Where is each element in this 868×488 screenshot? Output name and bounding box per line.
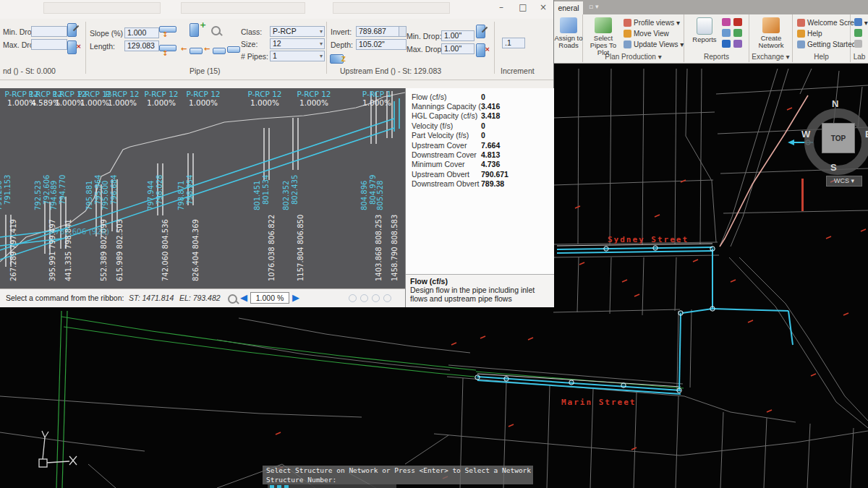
property-label: Flow (cf/s): [406, 93, 481, 101]
zoom-in-icon[interactable]: [349, 294, 357, 302]
merge-left-icon[interactable]: ←: [204, 45, 210, 53]
property-row[interactable]: Minimum Cover4.736: [406, 160, 554, 169]
red-x-icon: ×: [76, 43, 82, 50]
property-row[interactable]: Upstream Cover7.664: [406, 140, 554, 150]
exchange-footer[interactable]: Exchange ▾: [749, 53, 792, 61]
property-row[interactable]: Upstream Obvert790.671: [406, 169, 554, 179]
command-icon[interactable]: [270, 485, 274, 488]
class-dropdown[interactable]: P-RCP: [270, 26, 325, 37]
ribbon-item-label: Move View: [634, 30, 669, 38]
tab-general[interactable]: eneral: [554, 1, 583, 14]
create-network-icon: [762, 17, 780, 33]
pipe-segment-icon[interactable]: [227, 46, 240, 53]
create-network-button[interactable]: Create Network: [752, 17, 790, 49]
viewcube-north[interactable]: N: [832, 98, 838, 109]
invert-elevation-label: 794.770: [59, 175, 67, 205]
help-button[interactable]: Help: [797, 30, 822, 38]
label-tool-icon[interactable]: [854, 18, 862, 26]
report-tool-icon[interactable]: [722, 29, 731, 37]
viewcube-west[interactable]: W: [801, 129, 810, 140]
depth-field[interactable]: 105.02": [356, 39, 407, 50]
labels-footer: Lab: [851, 53, 868, 61]
invert-elevation-label: 792.523: [34, 181, 42, 210]
resize-arrows-icon: ↕: [162, 30, 168, 38]
structure-station-label: 1458.790 808.583: [391, 215, 399, 281]
property-row[interactable]: Velocity (f/s)0: [406, 121, 554, 130]
us-max-drop-field[interactable]: 1.00": [441, 43, 475, 54]
next-pipe-arrow[interactable]: ▶: [292, 292, 299, 303]
command-line-row[interactable]: Select Structure on Network or Press <En…: [263, 466, 533, 475]
reports-footer[interactable]: Reports: [684, 53, 749, 61]
status-hint: Select a command from the ribbon:: [6, 294, 124, 302]
invert-field[interactable]: 789.687: [356, 26, 407, 37]
property-row[interactable]: HGL Capacity (cf/s)3.418: [406, 111, 554, 121]
property-description: Flow (cf/s) Design flow in the pipe incl…: [406, 274, 554, 307]
command-line-row[interactable]: Structure Number:: [263, 475, 533, 484]
us-min-drop-field[interactable]: 1.00": [441, 30, 475, 41]
reports-button[interactable]: Reports: [686, 17, 723, 43]
property-value: 4.736: [481, 160, 500, 168]
command-icon[interactable]: [277, 485, 281, 488]
report-tool-icon[interactable]: [722, 40, 731, 48]
move-view-button[interactable]: Move View: [624, 30, 669, 38]
zoom-extents-icon[interactable]: [372, 294, 380, 302]
minimize-button[interactable]: –: [494, 2, 509, 14]
profile-view-canvas[interactable]: P-RCP 121.000%P-RCP 124.589%P-RCP 121.00…: [0, 88, 405, 288]
length-field[interactable]: 129.083: [124, 40, 159, 51]
structure-station-label: 615.989 802.503: [116, 219, 124, 281]
command-mini-toolbar[interactable]: [268, 484, 396, 488]
ribbon-item-label: Profile views ▾: [634, 19, 680, 27]
viewcube-east[interactable]: E: [865, 129, 868, 140]
property-row[interactable]: Downstream Cover4.813: [406, 150, 554, 159]
ribbon-collapse-widget[interactable]: ▫ ▾: [589, 3, 598, 10]
report-tool-icon[interactable]: [733, 40, 742, 48]
property-row[interactable]: Flow (cf/s)0: [406, 92, 554, 101]
maximize-button[interactable]: □: [516, 2, 530, 14]
pipes-dropdown[interactable]: 1: [270, 51, 325, 61]
viewcube-top-face[interactable]: TOP: [822, 123, 855, 153]
profile-views-button[interactable]: Profile views ▾: [624, 19, 680, 27]
invert-elevation-label: 798.871: [177, 181, 185, 210]
report-tool-icon[interactable]: [733, 29, 742, 37]
prev-pipe-arrow[interactable]: ◀: [240, 292, 247, 303]
command-icon[interactable]: [284, 485, 289, 488]
property-label: Velocity (f/s): [406, 121, 481, 130]
size-dropdown[interactable]: 12: [270, 38, 325, 49]
match-pipe-icon[interactable]: [190, 23, 199, 37]
close-button[interactable]: ×: [536, 2, 550, 14]
getting-started-button[interactable]: Getting Started: [797, 40, 856, 48]
pipe-segment-icon[interactable]: [190, 48, 203, 54]
property-row[interactable]: Downstream Obvert789.38: [406, 179, 554, 189]
zoom-percent-field[interactable]: 1.000 %: [250, 292, 289, 304]
min-drop-field[interactable]: [31, 26, 67, 37]
slope-field[interactable]: 1.000: [124, 27, 159, 38]
label-tool-icon[interactable]: [854, 29, 862, 37]
inspect-pipe-icon[interactable]: [211, 26, 221, 35]
increment-field[interactable]: .1: [502, 38, 525, 48]
property-value: 4.813: [481, 150, 500, 159]
viewcube-south[interactable]: S: [830, 162, 837, 173]
plan-production-footer[interactable]: Plan Production ▾: [583, 53, 684, 61]
reports-label: Reports: [692, 35, 716, 43]
max-drop-field[interactable]: [31, 39, 67, 50]
wcs-selector[interactable]: WCS ▾: [826, 176, 862, 187]
pipe-segment-icon[interactable]: [213, 48, 226, 54]
property-row[interactable]: Part Velocity (f/s)0: [406, 131, 554, 140]
viewcube[interactable]: N W S E TOP WCS ▾: [797, 98, 868, 187]
window-title-bar[interactable]: – □ ×: [0, 0, 553, 20]
command-line[interactable]: Select Structure on Network or Press <En…: [263, 466, 533, 484]
label-tool-icon[interactable]: [854, 40, 862, 48]
report-tool-icon[interactable]: [722, 18, 731, 26]
invert-elevation-label: 798.028: [156, 175, 163, 205]
pan-icon[interactable]: [383, 294, 391, 302]
profile-pipe-label: P-RCP 121.000%: [297, 90, 331, 107]
update-views-button[interactable]: Update Views ▾: [624, 40, 684, 48]
property-row[interactable]: Mannings Capacity (cf/s)3.416: [406, 101, 554, 111]
zoom-out-icon[interactable]: [360, 294, 368, 302]
report-tool-icon[interactable]: [733, 18, 742, 26]
invert-elevation-label: 791.153: [4, 175, 12, 205]
zoom-magnifier-icon[interactable]: [228, 294, 237, 304]
merge-left-icon[interactable]: ←: [181, 45, 187, 53]
select-pipes-button[interactable]: Select Pipes To Plot: [584, 17, 622, 56]
assign-to-roads-button[interactable]: Assign to Roads: [550, 17, 587, 49]
